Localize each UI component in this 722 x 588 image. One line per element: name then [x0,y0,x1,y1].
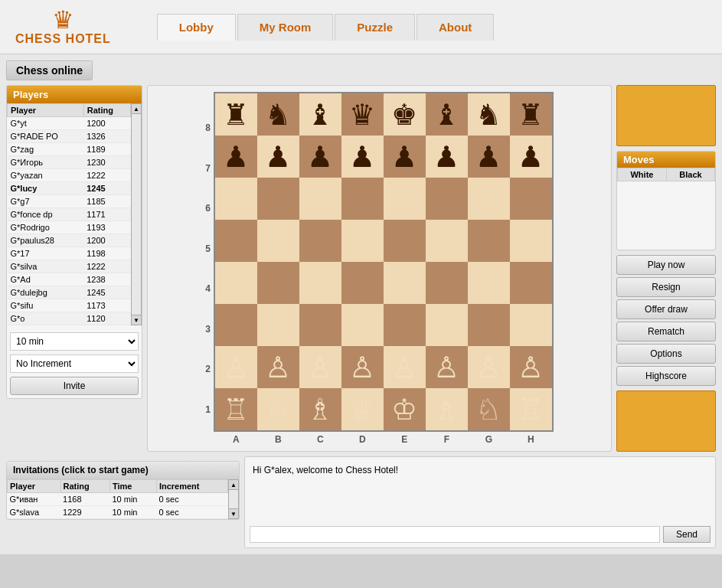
send-button[interactable]: Send [663,526,711,543]
table-row[interactable]: G*fonce dp1171 [8,208,131,221]
options-button[interactable]: Options [616,344,716,364]
chess-square[interactable]: ♘ [257,388,299,430]
table-row[interactable]: G*sifu1173 [8,299,131,312]
highscore-button[interactable]: Highscore [616,366,716,386]
chess-square[interactable]: ♞ [257,93,299,136]
chess-square[interactable] [299,262,341,304]
chess-square[interactable] [341,178,384,220]
invitations-scrollbar[interactable]: ▲ ▼ [228,479,239,519]
chess-square[interactable]: ♝ [299,93,341,136]
chess-square[interactable] [426,178,468,220]
table-row[interactable]: G*171198 [8,247,131,260]
chess-square[interactable]: ♜ [510,93,552,136]
table-row[interactable]: G*yt1200 [8,117,131,130]
resign-button[interactable]: Resign [616,277,716,297]
nav-item-about[interactable]: About [417,14,494,41]
increment-select[interactable]: No Increment2 sec5 sec [10,354,139,373]
scroll-down-btn[interactable]: ▼ [131,315,142,325]
chess-square[interactable] [257,262,299,304]
chess-square[interactable] [384,304,426,346]
chess-square[interactable] [215,262,257,304]
chess-square[interactable] [384,262,426,304]
chess-square[interactable] [299,304,341,346]
chess-square[interactable]: ♟ [510,136,552,178]
chess-square[interactable]: ♟ [299,136,341,178]
inv-scroll-up[interactable]: ▲ [228,479,239,490]
chess-square[interactable]: ♚ [384,93,426,136]
chess-square[interactable]: ♟ [341,136,384,178]
nav-item-my-room[interactable]: My Room [237,14,334,41]
chat-input[interactable] [250,526,660,543]
chess-square[interactable] [215,220,257,262]
inv-scroll-down[interactable]: ▼ [228,508,239,519]
chess-square[interactable] [257,178,299,220]
chess-square[interactable]: ♘ [468,388,510,430]
chess-square[interactable]: ♖ [215,388,257,430]
chess-square[interactable]: ♗ [299,388,341,430]
chess-square[interactable]: ♕ [341,388,384,430]
chess-square[interactable]: ♗ [426,388,468,430]
chess-square[interactable]: ♞ [468,93,510,136]
chess-square[interactable] [341,304,384,346]
chess-square[interactable]: ♙ [468,346,510,388]
nav-item-lobby[interactable]: Lobby [157,14,236,41]
table-row[interactable]: G*Ad1238 [8,273,131,286]
play-now-button[interactable]: Play now [616,255,716,275]
chess-square[interactable] [510,220,552,262]
chess-square[interactable] [299,178,341,220]
table-row[interactable]: G*Rodrigo1193 [8,221,131,234]
invite-button[interactable]: Invite [10,377,139,395]
chess-square[interactable]: ♟ [257,136,299,178]
chess-square[interactable] [426,220,468,262]
chess-square[interactable] [384,220,426,262]
chess-square[interactable] [510,262,552,304]
chess-square[interactable]: ♟ [384,136,426,178]
chess-square[interactable] [468,178,510,220]
table-row[interactable]: G*dulejbg1245 [8,286,131,299]
chess-square[interactable]: ♙ [510,346,552,388]
chess-square[interactable]: ♙ [215,346,257,388]
chess-square[interactable] [510,304,552,346]
chess-square[interactable] [341,262,384,304]
chess-square[interactable] [215,178,257,220]
chess-square[interactable] [257,304,299,346]
table-row[interactable]: G*RADE PO1326 [8,130,131,143]
chess-square[interactable] [468,220,510,262]
chess-square[interactable] [426,262,468,304]
chess-square[interactable]: ♜ [215,93,257,136]
table-row[interactable]: G*o1120 [8,312,131,325]
table-row[interactable]: G*yazan1222 [8,169,131,182]
table-row[interactable]: G*paulus281200 [8,234,131,247]
list-item[interactable]: G*иван116810 min0 sec [8,493,228,506]
chess-square[interactable]: ♟ [468,136,510,178]
chess-square[interactable]: ♝ [426,93,468,136]
list-item[interactable]: G*slava122910 min0 sec [8,506,228,519]
time-select[interactable]: 10 min5 min15 min30 min [10,332,139,351]
table-row[interactable]: G*g71185 [8,195,131,208]
chess-square[interactable] [510,178,552,220]
players-scrollbar[interactable]: ▲ ▼ [131,103,142,325]
scroll-up-btn[interactable]: ▲ [131,103,142,114]
rematch-button[interactable]: Rematch [616,322,716,341]
chess-square[interactable]: ♙ [257,346,299,388]
chess-square[interactable]: ♙ [384,346,426,388]
chess-square[interactable]: ♟ [426,136,468,178]
chess-square[interactable] [468,304,510,346]
chess-square[interactable]: ♙ [341,346,384,388]
chess-square[interactable]: ♙ [426,346,468,388]
chess-square[interactable]: ♖ [510,388,552,430]
chess-square[interactable] [215,304,257,346]
chess-square[interactable] [257,220,299,262]
table-row[interactable]: G*lucy1245 [8,182,131,195]
offer-draw-button[interactable]: Offer draw [616,299,716,319]
nav-item-puzzle[interactable]: Puzzle [335,14,415,41]
chess-square[interactable] [299,220,341,262]
chess-square[interactable]: ♙ [299,346,341,388]
chess-square[interactable]: ♟ [215,136,257,178]
chess-square[interactable] [341,220,384,262]
chess-square[interactable] [468,262,510,304]
table-row[interactable]: G*zag1189 [8,143,131,156]
table-row[interactable]: G*silva1222 [8,260,131,273]
chess-square[interactable] [384,178,426,220]
chess-square[interactable]: ♔ [384,388,426,430]
